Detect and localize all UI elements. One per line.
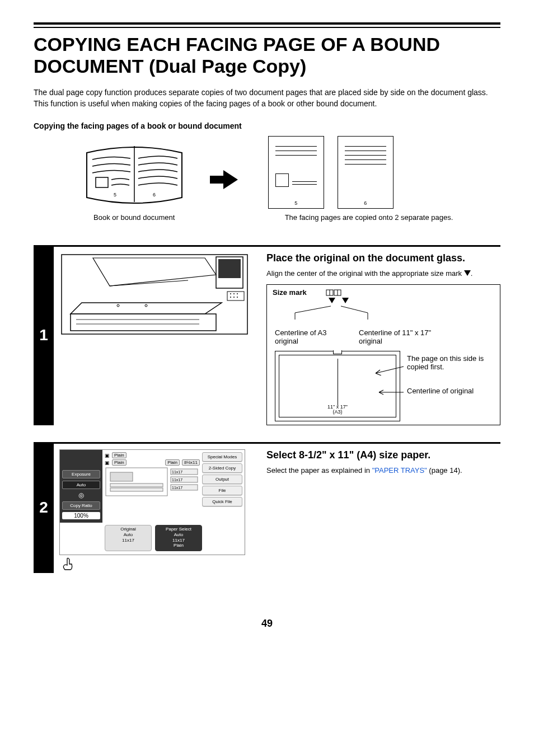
glass-size-label: 11" x 17" (A3) [327, 405, 348, 415]
svg-rect-0 [96, 177, 108, 187]
output-button[interactable]: Output [202, 475, 242, 484]
centerline-11x17: Centerline of 11" x 17" original [359, 328, 443, 345]
svg-point-8 [230, 297, 231, 298]
quick-file-button[interactable]: Quick File [202, 497, 242, 506]
svg-text:11x17: 11x17 [172, 478, 182, 482]
sub-heading: Copying the facing pages of a book or bo… [34, 121, 500, 130]
scanner-icon [59, 252, 250, 336]
svg-rect-4 [227, 292, 244, 300]
paper-type: Plain [112, 452, 127, 458]
result-illustration: 5 6 The facing pages are copied onto 2 s… [268, 136, 453, 223]
triangle-down-icon [342, 298, 349, 303]
file-button[interactable]: File [202, 486, 242, 495]
special-modes-button[interactable]: Special Modes [202, 452, 242, 462]
bracket-lines [278, 305, 390, 321]
step-1-title: Place the original on the document glass… [266, 252, 500, 264]
touch-panel: Exposure Auto ◎ Copy Ratio 100% ▣Plain ▣… [59, 449, 245, 555]
svg-rect-19 [110, 472, 133, 481]
book-page-6: 6 [153, 192, 156, 198]
svg-point-9 [233, 297, 235, 298]
original-button[interactable]: Original Auto 11x17 [105, 525, 152, 551]
open-book-icon: 5 6 [81, 136, 188, 209]
annotation-copied-first: The page on this side is copied first. [407, 354, 502, 371]
document-glass: 11" x 17" (A3) [275, 351, 400, 421]
size-mark-diagram: Size mark Centerline of A3 original Cent… [266, 284, 500, 425]
result-page-5: 5 [268, 136, 324, 209]
tray-icon: ▣ [105, 460, 110, 466]
tray-icon: ▣ [105, 453, 110, 458]
intro-text: The dual page copy function produces sep… [34, 87, 500, 109]
exposure-value: Auto [62, 481, 100, 489]
triangle-down-icon [329, 298, 335, 303]
section-rule [34, 22, 500, 28]
arrow-icon [210, 176, 223, 184]
svg-point-5 [230, 293, 231, 294]
svg-rect-13 [71, 314, 216, 331]
centerline-a3: Centerline of A3 original [275, 328, 336, 345]
paper-select-button[interactable]: Paper Select Auto 11x17 Plain [155, 525, 202, 551]
svg-rect-3 [218, 259, 241, 278]
svg-point-6 [233, 293, 235, 294]
paper-trays-link[interactable]: "PAPER TRAYS" [372, 466, 427, 475]
exposure-label: Exposure [62, 470, 100, 478]
arrow-icon [371, 364, 405, 375]
svg-text:11x17: 11x17 [172, 486, 182, 490]
svg-rect-20 [110, 483, 163, 487]
hand-pointer-icon [59, 556, 255, 573]
page-number: 49 [34, 618, 500, 630]
step-number: 1 [34, 245, 54, 425]
step-2-text: Select the paper as explained in "PAPER … [266, 466, 500, 476]
step-1: 1 Place the original on the document gla… [34, 245, 500, 425]
step-number: 2 [34, 442, 54, 572]
illustration-row: 5 6 Book or bound document 5 6 The facin… [34, 136, 500, 223]
result-page-6: 6 [338, 136, 394, 209]
copy-ratio-value: 100% [62, 512, 100, 519]
svg-rect-21 [110, 488, 163, 491]
dial-icon: ◎ [62, 491, 100, 499]
touch-panel-illustration: Exposure Auto ◎ Copy Ratio 100% ▣Plain ▣… [59, 449, 255, 572]
svg-text:11x17: 11x17 [172, 470, 182, 474]
book-page-5: 5 [114, 192, 116, 198]
step-2-title: Select 8-1/2" x 11" (A4) size paper. [266, 449, 500, 461]
triangle-down-icon [464, 270, 471, 276]
annotation-centerline: Centerline of original [407, 387, 502, 395]
result-caption: The facing pages are copied onto 2 separ… [285, 213, 453, 223]
book-mark-icon [326, 289, 343, 296]
two-sided-button[interactable]: 2-Sided Copy [202, 463, 242, 473]
printer-tray-icon: 11x17 11x17 11x17 [105, 467, 200, 497]
paper-type: Plain [112, 459, 127, 466]
book-illustration: 5 6 Book or bound document [81, 136, 188, 223]
book-caption: Book or bound document [81, 213, 188, 223]
svg-point-7 [237, 293, 238, 294]
copy-ratio-label: Copy Ratio [62, 501, 100, 510]
svg-point-10 [237, 297, 238, 298]
scanner-illustration [59, 252, 255, 425]
arrow-icon [377, 389, 405, 396]
step-1-text: Align the center of the original with th… [266, 269, 500, 279]
size-mark-label: Size mark [273, 288, 307, 297]
step-2: 2 Exposure Auto ◎ Copy Ratio 100% ▣Plain… [34, 442, 500, 572]
page-title: COPYING EACH FACING PAGE OF A BOUND DOCU… [34, 34, 500, 77]
